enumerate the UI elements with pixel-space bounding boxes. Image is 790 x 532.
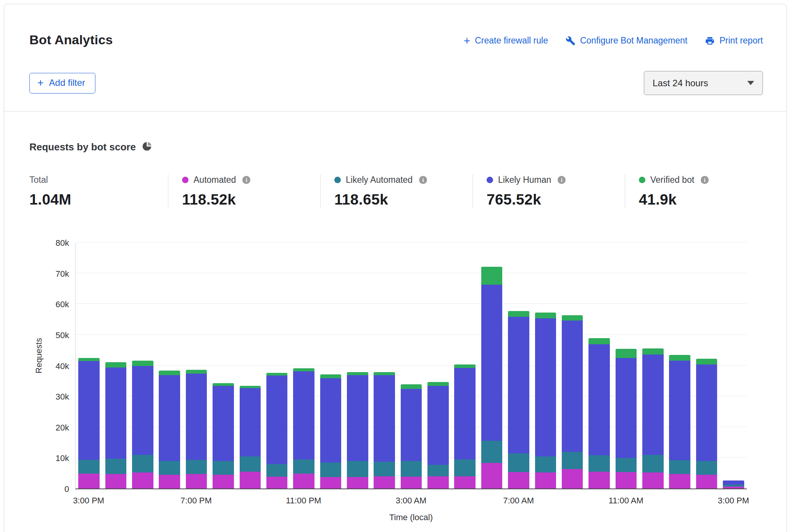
bar-segment-verified-bot: [401, 384, 422, 389]
add-filter-button[interactable]: + Add filter: [29, 73, 95, 94]
bar-segment-likely-automated: [293, 459, 314, 474]
chart-bar[interactable]: [371, 243, 398, 488]
bar-segment-likely-automated: [696, 461, 717, 475]
bar-segment-verified-bot: [588, 338, 610, 344]
bar-segment-likely-automated: [562, 452, 583, 469]
chart-bar[interactable]: [720, 243, 747, 488]
info-icon[interactable]: i: [558, 176, 566, 184]
plus-icon: +: [464, 36, 471, 45]
bar-segment-likely-human: [105, 368, 127, 459]
bar-segment-automated: [213, 475, 234, 488]
chart-bar[interactable]: [317, 243, 344, 488]
chart-bar[interactable]: [640, 243, 666, 488]
x-tick-label: 11:00 AM: [609, 496, 643, 506]
bar-segment-automated: [78, 474, 100, 488]
stat-automated-value: 118.52k: [182, 191, 316, 208]
likely-human-legend-dot: [487, 177, 493, 183]
bar-segment-likely-human: [347, 375, 368, 461]
x-tick-label: 7:00 AM: [503, 496, 534, 506]
print-report-link[interactable]: Print report: [705, 35, 763, 46]
bar-segment-likely-human: [696, 364, 717, 461]
header-actions: + Create firewall rule Configure Bot Man…: [464, 35, 763, 46]
bar-segment-likely-human: [240, 388, 261, 456]
bar-segment-likely-automated: [78, 460, 100, 474]
chart-bar[interactable]: [425, 243, 451, 488]
info-icon[interactable]: i: [419, 176, 427, 184]
bar-segment-likely-automated: [240, 456, 261, 472]
wrench-icon: [566, 36, 576, 46]
bar-segment-likely-human: [132, 366, 153, 455]
bar-segment-likely-human: [616, 358, 637, 458]
chart-bar[interactable]: [693, 243, 720, 488]
bar-segment-automated: [159, 475, 180, 488]
info-icon[interactable]: i: [242, 176, 250, 184]
bar-segment-verified-bot: [374, 372, 395, 375]
add-filter-label: Add filter: [49, 77, 85, 88]
stat-total-label: Total: [29, 174, 164, 185]
chart-bar[interactable]: [532, 243, 559, 488]
chart-bar[interactable]: [559, 243, 585, 488]
y-tick-label: 10k: [56, 453, 69, 463]
bar-segment-likely-human: [320, 378, 342, 463]
stat-likely-automated-value: 118.65k: [334, 191, 469, 208]
chart-bar[interactable]: [398, 243, 424, 488]
stat-verified-bot-value: 41.9k: [639, 191, 709, 208]
stat-total: Total 1.04M: [29, 174, 168, 208]
chart-bar[interactable]: [102, 243, 129, 488]
bar-segment-automated: [105, 474, 127, 488]
chart-bar[interactable]: [264, 243, 290, 488]
bar-segment-likely-automated: [481, 441, 503, 463]
bar-segment-verified-bot: [427, 382, 449, 386]
bar-segment-likely-automated: [669, 460, 690, 474]
bar-segment-likely-human: [266, 376, 288, 464]
bar-segment-automated: [240, 472, 261, 488]
time-range-dropdown[interactable]: Last 24 hours: [644, 71, 763, 95]
bar-segment-automated: [454, 476, 476, 488]
plot-area: [75, 243, 747, 489]
printer-icon: [705, 36, 715, 46]
stat-automated: Automated i 118.52k: [168, 174, 320, 208]
chart-bar[interactable]: [156, 243, 183, 488]
chart-bar[interactable]: [237, 243, 263, 488]
chart-bar[interactable]: [505, 243, 532, 488]
create-firewall-rule-link[interactable]: + Create firewall rule: [464, 35, 548, 46]
bar-segment-verified-bot: [347, 372, 368, 375]
bar-segment-automated: [616, 472, 637, 488]
configure-bot-management-link[interactable]: Configure Bot Management: [566, 35, 687, 46]
bar-segment-verified-bot: [481, 267, 503, 285]
bar-segment-likely-automated: [642, 455, 664, 473]
bar-segment-verified-bot: [186, 370, 207, 374]
bar-segment-automated: [401, 477, 422, 488]
bar-segment-automated: [293, 474, 314, 488]
bar-segment-likely-human: [535, 318, 556, 456]
chart-bar[interactable]: [586, 243, 613, 488]
bar-segment-likely-automated: [401, 461, 422, 477]
chart-bar[interactable]: [290, 243, 317, 488]
stat-automated-label: Automated: [193, 175, 236, 185]
chart-bar[interactable]: [183, 243, 210, 488]
bar-segment-likely-human: [723, 480, 744, 485]
y-axis-ticks: 010k20k30k40k50k60k70k80k: [29, 243, 69, 489]
chart-bar[interactable]: [451, 243, 478, 488]
bar-segment-verified-bot: [105, 362, 127, 368]
chart-bar[interactable]: [210, 243, 237, 488]
chart-bar[interactable]: [344, 243, 371, 488]
chart-bar[interactable]: [478, 243, 505, 488]
card-body: Requests by bot score Total 1.04M Automa…: [4, 111, 787, 530]
bar-segment-likely-automated: [266, 464, 288, 477]
bar-segment-verified-bot: [642, 348, 664, 355]
chart-bar[interactable]: [666, 243, 693, 488]
plus-icon: +: [37, 78, 44, 87]
bar-segment-automated: [562, 469, 583, 488]
stat-verified-bot: Verified bot i 41.9k: [625, 174, 713, 208]
bar-segment-likely-automated: [213, 461, 234, 475]
chart-bar[interactable]: [613, 243, 639, 488]
bar-segment-likely-automated: [374, 462, 395, 476]
chart-bar[interactable]: [76, 243, 102, 488]
bar-segment-automated: [320, 477, 342, 488]
chart-bar[interactable]: [129, 243, 156, 488]
bar-segment-automated: [266, 477, 288, 488]
bar-segment-likely-human: [401, 389, 422, 461]
bar-segment-verified-bot: [696, 359, 717, 364]
info-icon[interactable]: i: [701, 176, 709, 184]
